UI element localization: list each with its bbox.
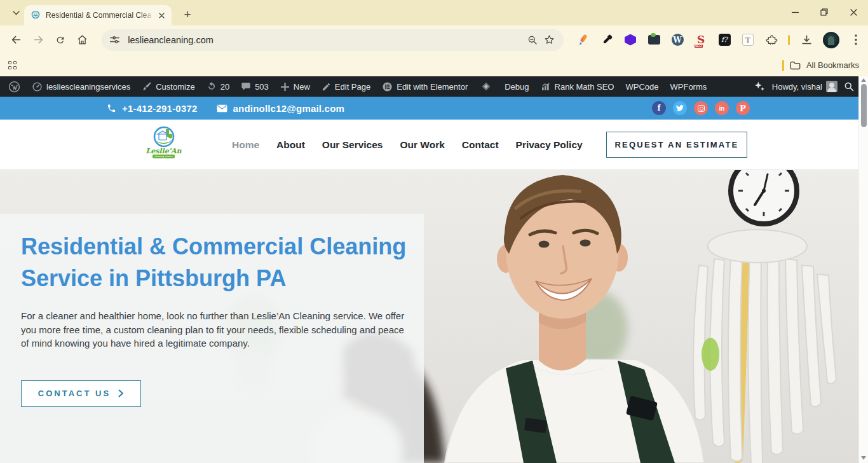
chevron-right-icon [118, 389, 124, 397]
site-name-menu[interactable]: lesliescleaningservices [26, 76, 136, 97]
phone-link[interactable]: +1-412-291-0372 [107, 103, 198, 114]
diamond-icon [479, 79, 493, 93]
address-bar[interactable]: leslieancleaning.com [102, 29, 564, 51]
new-tab-button[interactable]: + [179, 6, 196, 23]
comments-count: 503 [255, 82, 269, 92]
updates-count: 20 [220, 82, 229, 92]
pinterest-icon[interactable]: P [736, 101, 750, 115]
chevron-down-icon [13, 11, 20, 15]
scrollbar-up-arrow[interactable] [861, 78, 866, 82]
bookmark-star-icon[interactable] [541, 32, 557, 48]
dashboard-gauge-icon [32, 81, 43, 92]
email-address: andinollc12@gmail.com [233, 103, 345, 114]
rank-math-chart-icon [541, 81, 551, 92]
edit-page-menu[interactable]: Edit Page [316, 76, 376, 97]
elementor-menu[interactable]: Edit with Elementor [376, 76, 473, 97]
customize-label: Customize [156, 82, 194, 92]
hero-heading: Residential & Commercial Cleaning Servic… [21, 231, 409, 294]
forward-button[interactable] [29, 30, 49, 50]
wordpress-extension-icon[interactable]: W [670, 33, 684, 47]
nav-contact[interactable]: Contact [462, 139, 499, 151]
hero-paragraph: For a cleaner and healthier home, look n… [21, 309, 410, 350]
scrollbar-thumb[interactable] [861, 84, 867, 127]
tab-close-icon[interactable] [156, 10, 166, 20]
wpcode-label: WPCode [625, 82, 658, 92]
tab-search-button[interactable] [8, 6, 24, 20]
seo-extension-icon[interactable]: S [694, 33, 708, 47]
window-restore-button[interactable] [810, 0, 839, 24]
social-links: f in P [652, 101, 750, 115]
nav-privacy-policy[interactable]: Privacy Policy [516, 139, 583, 151]
new-label: New [294, 82, 310, 92]
new-content-menu[interactable]: New [275, 76, 316, 97]
edit-page-label: Edit Page [335, 82, 370, 92]
updates-icon [207, 81, 217, 92]
site-name-label: lesliescleaningservices [46, 82, 130, 92]
customize-menu[interactable]: Customize [136, 76, 200, 97]
all-bookmarks-button[interactable]: All Bookmarks [782, 60, 859, 71]
nav-home[interactable]: Home [232, 139, 259, 151]
linkedin-icon[interactable]: in [715, 101, 729, 115]
wpforms-menu[interactable]: WPForms [665, 76, 713, 97]
scrollbar-down-arrow[interactable] [861, 456, 866, 460]
browser-tab[interactable]: Residential & Commercial Clea [24, 5, 172, 25]
wpforms-label: WPForms [670, 82, 707, 92]
hero-content: Residential & Commercial Cleaning Servic… [21, 231, 410, 407]
profile-avatar[interactable] [823, 32, 839, 48]
url-text[interactable]: leslieancleaning.com [128, 35, 524, 45]
wpcode-menu[interactable]: WPCode [620, 76, 664, 97]
bookmarks-bar: All Bookmarks [0, 54, 868, 76]
pinned-extension-divider [788, 35, 790, 45]
window-close-button[interactable] [839, 0, 868, 24]
admin-bar-right: Howdy, vishal [753, 76, 868, 97]
email-link[interactable]: andinollc12@gmail.com [217, 103, 345, 114]
site-settings-tune-icon[interactable] [109, 35, 120, 45]
rank-math-menu[interactable]: Rank Math SEO [535, 76, 620, 97]
font-finder-extension-icon[interactable]: f? [717, 33, 731, 47]
twitter-icon[interactable] [673, 101, 687, 115]
browser-toolbar: leslieancleaning.com W S f? T [0, 25, 868, 54]
phone-icon [107, 104, 116, 113]
main-navigation: Home About Our Services Our Work Contact… [232, 120, 583, 170]
briefcase-extension-icon[interactable] [647, 33, 661, 47]
admin-avatar [826, 81, 837, 92]
nav-our-services[interactable]: Our Services [322, 139, 383, 151]
obsidian-extension-icon[interactable] [623, 33, 637, 47]
bookmarks-divider [782, 60, 784, 71]
back-button[interactable] [6, 30, 27, 50]
wp-admin-bar: lesliescleaningservices Customize 20 503… [0, 76, 868, 97]
site-header: Leslie'An cleaning service Home About Ou… [0, 120, 868, 170]
page-scrollbar[interactable] [858, 76, 868, 463]
all-bookmarks-label: All Bookmarks [806, 60, 859, 70]
facebook-icon[interactable]: f [652, 101, 666, 115]
nav-about[interactable]: About [276, 139, 305, 151]
logo-emblem-icon [151, 125, 177, 149]
site-logo[interactable]: Leslie'An cleaning service [145, 125, 182, 164]
eyedropper-extension-icon[interactable] [600, 33, 614, 47]
text-tool-extension-icon[interactable]: T [741, 33, 755, 47]
browser-menu-kebab-icon[interactable] [849, 33, 863, 47]
comments-menu[interactable]: 503 [235, 76, 275, 97]
contact-us-button[interactable]: CONTACT US [21, 380, 141, 407]
elementor-label: Edit with Elementor [397, 82, 468, 92]
color-picker-extension-icon[interactable] [576, 33, 590, 47]
zoom-level-icon[interactable] [524, 32, 541, 48]
customize-brush-icon [142, 81, 152, 92]
downloads-icon[interactable] [799, 33, 813, 47]
debug-menu[interactable]: Debug [499, 76, 534, 97]
instagram-icon[interactable] [694, 101, 708, 115]
updates-menu[interactable]: 20 [201, 76, 235, 97]
admin-search-icon[interactable] [844, 81, 854, 92]
nav-our-work[interactable]: Our Work [400, 139, 445, 151]
window-minimize-button[interactable] [780, 0, 810, 24]
elementor-icon [382, 81, 393, 92]
request-estimate-button[interactable]: REQUEST AN ESTIMATE [606, 132, 747, 158]
home-button[interactable] [72, 30, 93, 50]
reload-button[interactable] [50, 30, 71, 50]
ai-sparkles-icon[interactable] [753, 80, 766, 93]
diamond-menu[interactable] [473, 76, 499, 97]
wp-logo-menu[interactable] [3, 76, 26, 97]
extensions-puzzle-icon[interactable] [764, 33, 778, 47]
howdy-account-menu[interactable]: Howdy, vishal [771, 76, 839, 97]
apps-grid-icon[interactable] [8, 61, 17, 70]
